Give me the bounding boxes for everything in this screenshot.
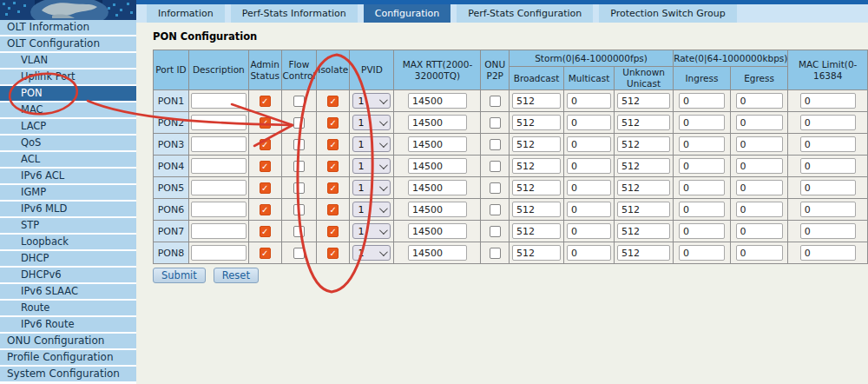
sidebar-item-igmp[interactable]: IGMP [0,185,136,200]
sidebar-item-mac[interactable]: MAC [0,103,136,117]
pon4-broadcast-input[interactable] [512,158,561,174]
pon2-multicast-input[interactable] [567,115,611,130]
sidebar-item-profile-configuration[interactable]: Profile Configuration [0,350,136,365]
pon8-flow-control-checkbox[interactable] [293,248,305,259]
pon4-mac-limit-input[interactable] [800,158,856,174]
sidebar-item-ipv6-route[interactable]: IPv6 Route [0,317,136,332]
sidebar-item-uplink-port[interactable]: Uplink Port [0,70,136,84]
pon5-onu-p2p-checkbox[interactable] [490,182,501,194]
sidebar-item-dhcpv6[interactable]: DHCPv6 [0,268,136,282]
pon7-pvid-select[interactable]: 1 [352,223,391,239]
pon7-multicast-input[interactable] [567,223,611,239]
tab-configuration[interactable]: Configuration [364,4,451,23]
pon2-onu-p2p-checkbox[interactable] [490,117,501,129]
pon7-onu-p2p-checkbox[interactable] [490,226,501,237]
reset-button[interactable]: Reset [214,268,259,283]
pon5-isolate-checkbox[interactable]: ✓ [327,182,339,194]
pon5-flow-control-checkbox[interactable] [293,182,305,194]
pon4-description-input[interactable] [191,158,247,174]
pon2-flow-control-checkbox[interactable] [293,117,305,129]
pon8-multicast-input[interactable] [567,245,611,261]
pon5-pvid-select[interactable]: 1 [352,180,391,195]
pon8-mac-limit-input[interactable] [800,245,856,261]
sidebar-item-dhcp[interactable]: DHCP [0,251,136,266]
pon5-ingress-input[interactable] [679,180,725,195]
pon5-description-input[interactable] [191,180,247,195]
pon2-unknown-unicast-input[interactable] [617,115,670,130]
submit-button[interactable]: Submit [153,268,206,283]
pon1-pvid-select[interactable]: 1 [352,93,391,109]
pon1-ingress-input[interactable] [679,93,725,109]
tab-information[interactable]: Information [147,4,225,23]
pon2-mac-limit-input[interactable] [800,115,856,130]
tab-protection-switch-group[interactable]: Protection Switch Group [599,4,737,23]
pon5-unknown-unicast-input[interactable] [617,180,670,195]
pon3-egress-input[interactable] [736,136,783,152]
pon8-unknown-unicast-input[interactable] [617,245,670,261]
pon4-multicast-input[interactable] [567,158,611,174]
pon5-egress-input[interactable] [736,180,783,195]
pon8-isolate-checkbox[interactable]: ✓ [327,248,339,259]
pon3-ingress-input[interactable] [679,136,725,152]
pon1-mac-limit-input[interactable] [800,93,856,109]
pon1-admin-status-checkbox[interactable]: ✓ [260,96,271,107]
pon2-isolate-checkbox[interactable]: ✓ [327,117,339,129]
pon5-mac-limit-input[interactable] [800,180,856,195]
pon5-admin-status-checkbox[interactable]: ✓ [260,182,271,194]
sidebar-item-system-configuration[interactable]: System Configuration [0,367,136,381]
pon8-egress-input[interactable] [736,245,783,261]
pon1-onu-p2p-checkbox[interactable] [490,96,501,107]
sidebar-item-route[interactable]: Route [0,301,136,315]
pon3-unknown-unicast-input[interactable] [617,136,670,152]
sidebar-item-qos[interactable]: QoS [0,136,136,150]
pon6-ingress-input[interactable] [679,202,725,217]
pon1-description-input[interactable] [191,93,247,109]
pon2-max-rtt-input[interactable] [408,115,467,130]
pon3-max-rtt-input[interactable] [408,136,467,152]
pon7-flow-control-checkbox[interactable] [293,226,305,237]
sidebar-item-olt-information[interactable]: OLT Information [0,20,136,35]
pon8-max-rtt-input[interactable] [408,245,467,261]
pon8-admin-status-checkbox[interactable]: ✓ [260,248,271,259]
pon1-flow-control-checkbox[interactable] [293,96,305,107]
pon2-description-input[interactable] [191,115,247,130]
pon7-admin-status-checkbox[interactable]: ✓ [260,226,271,237]
pon4-unknown-unicast-input[interactable] [617,158,670,174]
pon3-broadcast-input[interactable] [512,136,561,152]
pon8-ingress-input[interactable] [679,245,725,261]
pon7-description-input[interactable] [191,223,247,239]
pon8-onu-p2p-checkbox[interactable] [490,248,501,259]
pon1-unknown-unicast-input[interactable] [617,93,670,109]
pon6-pvid-select[interactable]: 1 [352,202,391,217]
pon2-ingress-input[interactable] [679,115,725,130]
pon6-onu-p2p-checkbox[interactable] [490,204,501,215]
sidebar-item-loopback[interactable]: Loopback [0,235,136,249]
pon6-egress-input[interactable] [736,202,783,217]
sidebar-item-acl[interactable]: ACL [0,152,136,167]
pon1-max-rtt-input[interactable] [408,93,467,109]
sidebar-item-vlan[interactable]: VLAN [0,53,136,68]
pon8-broadcast-input[interactable] [512,245,561,261]
pon7-broadcast-input[interactable] [512,223,561,239]
pon2-broadcast-input[interactable] [512,115,561,130]
pon3-multicast-input[interactable] [567,136,611,152]
pon4-pvid-select[interactable]: 1 [352,158,391,174]
pon5-max-rtt-input[interactable] [408,180,467,195]
pon8-pvid-select[interactable]: 1 [352,245,391,261]
pon7-ingress-input[interactable] [679,223,725,239]
pon7-max-rtt-input[interactable] [408,223,467,239]
pon3-pvid-select[interactable]: 1 [352,136,391,152]
pon3-description-input[interactable] [191,136,247,152]
pon4-flow-control-checkbox[interactable] [293,161,305,172]
pon2-admin-status-checkbox[interactable]: ✓ [260,117,271,129]
pon2-pvid-select[interactable]: 1 [352,115,391,130]
pon3-isolate-checkbox[interactable]: ✓ [327,139,339,150]
pon1-broadcast-input[interactable] [512,93,561,109]
pon6-unknown-unicast-input[interactable] [617,202,670,217]
sidebar-item-stp[interactable]: STP [0,218,136,233]
pon4-max-rtt-input[interactable] [408,158,467,174]
sidebar-item-pon[interactable]: PON [0,86,136,101]
pon1-isolate-checkbox[interactable]: ✓ [327,96,339,107]
pon4-admin-status-checkbox[interactable]: ✓ [260,161,271,172]
pon7-egress-input[interactable] [736,223,783,239]
